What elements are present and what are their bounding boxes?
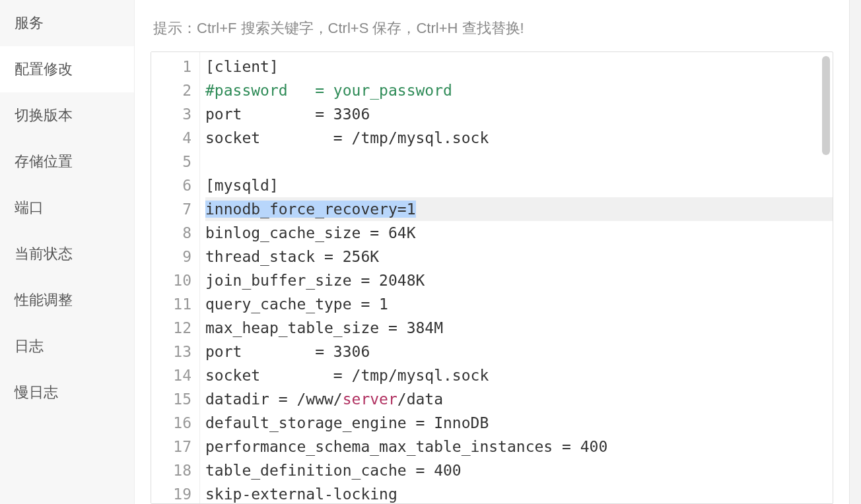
code-line[interactable]: performance_schema_max_table_instances =… [205, 435, 833, 458]
code-line[interactable]: socket = /tmp/mysql.sock [205, 363, 833, 387]
gutter-line: 12 [151, 316, 191, 340]
gutter-line: 7 [151, 197, 191, 221]
gutter-line: 13 [151, 340, 191, 363]
sidebar: 服务配置修改切换版本存储位置端口当前状态性能调整日志慢日志 [0, 0, 135, 504]
code-line[interactable]: join_buffer_size = 2048K [205, 268, 833, 292]
code-line[interactable]: skip-external-locking [205, 482, 833, 503]
code-line[interactable]: #password = your_password [205, 79, 833, 102]
code-line[interactable]: port = 3306 [205, 340, 833, 363]
right-edge-strip [849, 0, 861, 504]
gutter-line: 15 [151, 387, 191, 411]
gutter-line: 3 [151, 102, 191, 126]
code-line[interactable] [205, 150, 833, 173]
gutter-line: 16 [151, 411, 191, 435]
gutter-line: 4 [151, 126, 191, 150]
gutter-line: 6 [151, 173, 191, 197]
code-line[interactable]: socket = /tmp/mysql.sock [205, 126, 833, 150]
gutter-line: 17 [151, 435, 191, 458]
gutter-line: 14 [151, 363, 191, 387]
code-line[interactable]: default_storage_engine = InnoDB [205, 411, 833, 435]
hint-text: 提示：Ctrl+F 搜索关键字，Ctrl+S 保存，Ctrl+H 查找替换! [135, 0, 849, 45]
gutter-line: 19 [151, 482, 191, 503]
code-line[interactable]: [mysqld] [205, 173, 833, 197]
gutter-line: 9 [151, 245, 191, 268]
sidebar-item-3[interactable]: 存储位置 [0, 139, 134, 185]
gutter-line: 11 [151, 292, 191, 316]
code-line[interactable]: table_definition_cache = 400 [205, 458, 833, 482]
gutter-line: 8 [151, 221, 191, 245]
sidebar-item-0[interactable]: 服务 [0, 0, 134, 46]
code-line[interactable]: max_heap_table_size = 384M [205, 316, 833, 340]
sidebar-item-4[interactable]: 端口 [0, 185, 134, 231]
editor-gutter: 12345678910111213141516171819 [151, 52, 200, 503]
gutter-line: 18 [151, 458, 191, 482]
vertical-scrollbar[interactable] [822, 56, 830, 155]
gutter-line: 5 [151, 150, 191, 173]
sidebar-item-1[interactable]: 配置修改 [0, 46, 134, 92]
gutter-line: 1 [151, 55, 191, 79]
main-panel: 提示：Ctrl+F 搜索关键字，Ctrl+S 保存，Ctrl+H 查找替换! 1… [135, 0, 849, 504]
sidebar-item-2[interactable]: 切换版本 [0, 92, 134, 139]
sidebar-item-6[interactable]: 性能调整 [0, 277, 134, 323]
code-line[interactable]: [client] [205, 55, 833, 79]
sidebar-item-5[interactable]: 当前状态 [0, 231, 134, 277]
sidebar-item-8[interactable]: 慢日志 [0, 369, 134, 416]
code-line[interactable]: port = 3306 [205, 102, 833, 126]
app-root: 服务配置修改切换版本存储位置端口当前状态性能调整日志慢日志 提示：Ctrl+F … [0, 0, 861, 504]
editor-code-area[interactable]: [client]#password = your_passwordport = … [200, 52, 833, 503]
code-editor[interactable]: 12345678910111213141516171819 [client]#p… [151, 52, 833, 503]
code-line[interactable]: innodb_force_recovery=1 [205, 197, 833, 221]
code-line[interactable]: datadir = /www/server/data [205, 387, 833, 411]
gutter-line: 2 [151, 79, 191, 102]
gutter-line: 10 [151, 268, 191, 292]
code-line[interactable]: thread_stack = 256K [205, 245, 833, 268]
editor-container: 12345678910111213141516171819 [client]#p… [151, 51, 833, 504]
code-line[interactable]: binlog_cache_size = 64K [205, 221, 833, 245]
code-line[interactable]: query_cache_type = 1 [205, 292, 833, 316]
sidebar-item-7[interactable]: 日志 [0, 323, 134, 369]
